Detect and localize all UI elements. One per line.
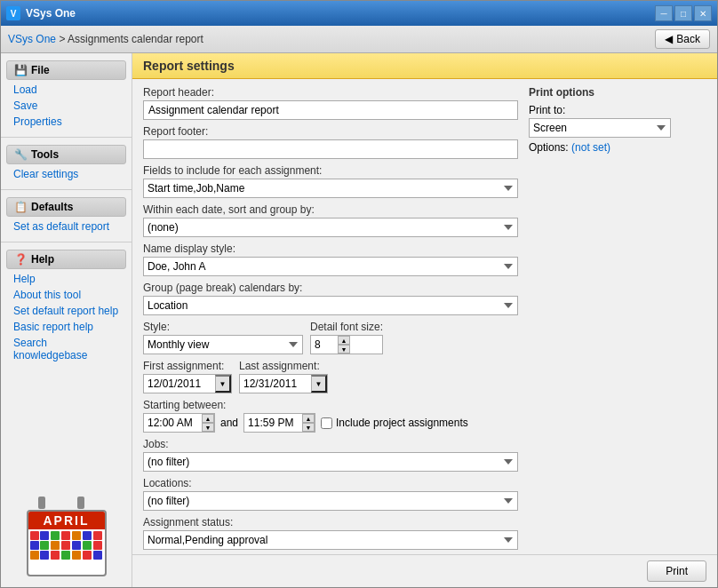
first-assignment-calendar-btn[interactable]: ▼ [215, 375, 231, 393]
assignment-status-select[interactable]: Normal,Pending approval [143, 530, 518, 550]
main-window: V VSys One ─ □ ✕ VSys One > Assignments … [0, 0, 718, 588]
style-label: Style: [143, 321, 303, 333]
sidebar-defaults-header: 📋 Defaults [6, 197, 126, 217]
cal-cell [72, 531, 81, 540]
print-to-wrapper: Screen [529, 118, 706, 138]
sidebar-help-header: ❓ Help [6, 250, 126, 269]
locations-select[interactable]: (no filter) [143, 491, 518, 511]
style-field: Style: Monthly view [143, 321, 303, 354]
footer-area: Print [132, 554, 717, 587]
sidebar-file-header: 💾 File [6, 60, 126, 80]
sidebar-item-save[interactable]: Save [6, 98, 126, 114]
include-project-checkbox[interactable] [321, 417, 332, 429]
sidebar-item-help[interactable]: Help [6, 271, 126, 287]
sidebar-item-clear-settings[interactable]: Clear settings [6, 166, 126, 182]
print-to-label: Print to: [529, 104, 706, 116]
title-bar-controls: ─ □ ✕ [655, 5, 712, 21]
end-time-input[interactable] [244, 414, 302, 432]
and-text: and [220, 417, 238, 429]
title-bar-left: V VSys One [6, 6, 76, 20]
jobs-group: Jobs: (no filter) [143, 438, 518, 472]
window-title: VSys One [26, 7, 76, 20]
font-size-input[interactable] [311, 336, 338, 354]
start-time-input[interactable] [144, 414, 202, 432]
form-right: Print options Print to: Screen Options: … [529, 86, 706, 547]
start-time-up[interactable]: ▲ [202, 414, 214, 423]
last-assignment-field: Last assignment: ▼ [239, 360, 328, 393]
style-wrapper: Monthly view [143, 335, 303, 354]
cal-cell [72, 551, 81, 560]
cal-cell [83, 551, 92, 560]
sidebar: 💾 File Load Save Properties 🔧 Tools [1, 53, 132, 587]
fields-include-select[interactable]: Start time,Job,Name [143, 179, 518, 198]
sort-select[interactable]: (none) [143, 218, 518, 237]
print-to-select[interactable]: Screen [529, 118, 671, 138]
name-display-label: Name display style: [143, 242, 518, 255]
main-content: 💾 File Load Save Properties 🔧 Tools [1, 53, 717, 587]
fields-include-group: Fields to include for each assignment: S… [143, 164, 518, 198]
sidebar-help-section: ❓ Help Help About this tool Set default … [1, 246, 132, 367]
last-assignment-input[interactable] [240, 375, 311, 393]
divider-3 [1, 242, 132, 242]
cal-month: APRIL [28, 512, 105, 529]
name-display-select[interactable]: Doe, John A [143, 257, 518, 276]
cal-cell [51, 531, 60, 540]
divider-2 [1, 189, 132, 190]
sidebar-tools-header: 🔧 Tools [6, 145, 126, 164]
cal-cell [51, 541, 60, 550]
first-assignment-input[interactable] [144, 375, 215, 393]
end-time-down[interactable]: ▼ [302, 423, 315, 432]
print-button[interactable]: Print [647, 560, 706, 582]
breadcrumb-home-link[interactable]: VSys One [8, 33, 56, 45]
options-link[interactable]: (not set) [571, 141, 610, 154]
sidebar-item-search-kb[interactable]: Search knowledgebase [6, 335, 126, 363]
sidebar-item-load[interactable]: Load [6, 82, 126, 98]
sort-group: Within each date, sort and group by: (no… [143, 203, 518, 237]
report-footer-input[interactable] [143, 139, 518, 159]
end-time-up[interactable]: ▲ [302, 414, 315, 423]
sidebar-item-basic-help[interactable]: Basic report help [6, 319, 126, 335]
options-label: Options: [529, 141, 569, 154]
title-bar: V VSys One ─ □ ✕ [1, 1, 717, 26]
minimize-button[interactable]: ─ [655, 5, 673, 21]
starting-between-label: Starting between: [143, 399, 518, 411]
locations-wrapper: (no filter) [143, 491, 518, 511]
jobs-select[interactable]: (no filter) [143, 452, 518, 472]
locations-label: Locations: [143, 477, 518, 489]
last-assignment-calendar-btn[interactable]: ▼ [311, 375, 327, 393]
font-size-label: Detail font size: [310, 321, 383, 333]
form-left: Report header: Report footer: Fields to … [143, 86, 518, 547]
cal-cell [51, 551, 60, 560]
font-size-down[interactable]: ▼ [338, 345, 350, 354]
font-size-up[interactable]: ▲ [338, 336, 350, 345]
cal-cell [72, 541, 81, 550]
help-label: Help [31, 253, 54, 266]
sidebar-item-about[interactable]: About this tool [6, 287, 126, 303]
close-button[interactable]: ✕ [694, 5, 712, 21]
cal-cell [30, 551, 39, 560]
breadcrumb-current: Assignments calendar report [68, 33, 203, 45]
options-line: Options: (not set) [529, 141, 706, 154]
sidebar-item-set-default[interactable]: Set as default report [6, 219, 126, 234]
sidebar-item-set-default-help[interactable]: Set default report help [6, 303, 126, 319]
group-by-select[interactable]: Location [143, 296, 518, 315]
back-icon: ◀ [665, 33, 673, 45]
breadcrumb-separator: > [59, 33, 68, 45]
sidebar-item-properties[interactable]: Properties [6, 114, 126, 130]
cal-cell [30, 541, 39, 550]
report-settings-header: Report settings [132, 53, 717, 79]
group-by-wrapper: Location [143, 296, 518, 315]
tools-icon: 🔧 [14, 148, 28, 161]
back-button[interactable]: ◀ Back [655, 29, 710, 49]
maximize-button[interactable]: □ [674, 5, 692, 21]
fields-include-label: Fields to include for each assignment: [143, 164, 518, 177]
report-header-input[interactable] [143, 100, 518, 120]
tools-label: Tools [31, 148, 59, 161]
style-select[interactable]: Monthly view [143, 335, 303, 354]
first-assignment-field: First assignment: ▼ [143, 360, 232, 393]
start-time-down[interactable]: ▼ [202, 423, 214, 432]
start-time-spinners: ▲ ▼ [202, 414, 214, 432]
first-assignment-label: First assignment: [143, 360, 232, 372]
end-time-wrapper: ▲ ▼ [243, 413, 315, 433]
first-assignment-wrapper: ▼ [143, 374, 232, 393]
